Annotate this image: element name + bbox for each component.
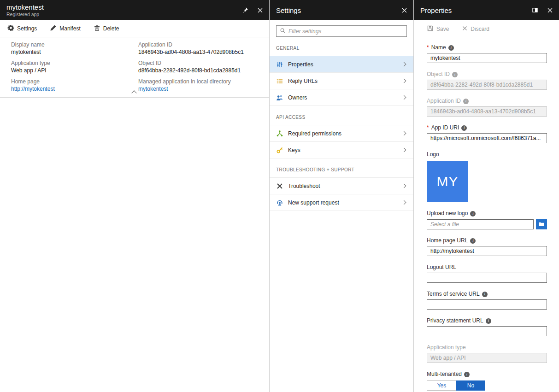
settings-blade-header-icons bbox=[400, 6, 408, 14]
filter-settings-box[interactable] bbox=[276, 25, 407, 37]
multi-tenanted-field-group: Multi-tenanted Yes No bbox=[427, 371, 547, 391]
chevron-right-icon bbox=[402, 79, 406, 83]
manifest-button[interactable]: Manifest bbox=[50, 24, 80, 33]
settings-item-owners[interactable]: Owners bbox=[270, 89, 413, 106]
application-id-value: 1846943b-ad04-4808-aa13-4702d908b5c1 bbox=[138, 49, 265, 56]
close-icon[interactable] bbox=[546, 6, 553, 14]
info-icon[interactable] bbox=[463, 99, 469, 104]
gear-icon bbox=[7, 24, 14, 33]
home-page-url-input[interactable] bbox=[427, 246, 547, 256]
settings-button[interactable]: Settings bbox=[7, 24, 37, 33]
settings-item-reply-urls[interactable]: Reply URLs bbox=[270, 73, 413, 89]
settings-item-label: Required permissions bbox=[288, 130, 402, 137]
support-icon bbox=[276, 199, 283, 206]
key-icon bbox=[276, 146, 283, 154]
section-header-general: GENERAL bbox=[276, 46, 407, 51]
pencil-icon bbox=[50, 24, 57, 33]
settings-blade-title: Settings bbox=[276, 6, 400, 14]
logo-label: Logo bbox=[427, 151, 547, 158]
settings-item-troubleshoot[interactable]: Troubleshoot bbox=[270, 178, 413, 194]
permissions-icon bbox=[276, 130, 283, 137]
info-icon[interactable] bbox=[470, 238, 476, 244]
info-icon[interactable] bbox=[486, 318, 491, 324]
settings-item-required-permissions[interactable]: Required permissions bbox=[270, 125, 413, 142]
terms-url-field-group: Terms of service URL bbox=[427, 291, 547, 310]
settings-item-label: Keys bbox=[288, 147, 402, 153]
logout-url-input[interactable] bbox=[427, 273, 547, 283]
app-blade-subtitle: Registered app bbox=[6, 12, 241, 17]
multi-tenanted-yes-button[interactable]: Yes bbox=[427, 380, 456, 391]
settings-item-label: Owners bbox=[288, 94, 402, 101]
logout-url-label: Logout URL bbox=[427, 264, 547, 271]
filter-settings-wrap bbox=[276, 25, 407, 37]
object-id-field-group: Object ID bbox=[427, 71, 547, 90]
section-header-api-access: API ACCESS bbox=[276, 115, 407, 120]
home-page-url-label: Home page URL bbox=[427, 237, 547, 244]
settings-item-new-support-request[interactable]: New support request bbox=[270, 194, 413, 211]
close-icon[interactable] bbox=[400, 6, 408, 14]
application-id-label: Application ID bbox=[138, 41, 265, 48]
properties-blade-titles: Properties bbox=[420, 6, 531, 14]
multi-tenanted-no-button[interactable]: No bbox=[456, 380, 485, 391]
trash-icon bbox=[94, 24, 100, 33]
required-asterisk: * bbox=[427, 44, 429, 51]
pin-icon[interactable] bbox=[241, 6, 249, 14]
application-id-label: Application ID bbox=[427, 98, 547, 105]
logout-url-field-group: Logout URL bbox=[427, 264, 547, 283]
section-header-troubleshooting: TROUBLESHOOTING + SUPPORT bbox=[276, 167, 407, 172]
essentials-panel: Display name mytokentest Application typ… bbox=[0, 37, 269, 98]
upload-logo-input[interactable] bbox=[427, 219, 534, 229]
app-blade-titles: mytokentest Registered app bbox=[6, 3, 241, 17]
chevron-right-icon bbox=[402, 131, 406, 136]
sliders-icon bbox=[276, 61, 283, 68]
application-type-field-group: Application type bbox=[427, 344, 547, 363]
display-name-field: Display name mytokentest bbox=[11, 41, 134, 56]
chevron-right-icon bbox=[402, 148, 406, 152]
application-type-label: Application type bbox=[11, 60, 134, 67]
info-icon[interactable] bbox=[448, 45, 454, 51]
settings-item-label: Troubleshoot bbox=[288, 183, 402, 189]
settings-blade-header: Settings bbox=[270, 0, 413, 20]
info-icon[interactable] bbox=[464, 372, 470, 377]
info-icon[interactable] bbox=[482, 292, 488, 297]
object-id-field: Object ID d8f64bba-2282-492d-80f8-bd1cda… bbox=[138, 60, 265, 74]
info-icon[interactable] bbox=[461, 125, 467, 131]
browse-file-button[interactable] bbox=[536, 219, 547, 229]
application-type-value: Web app / API bbox=[11, 67, 134, 74]
delete-button[interactable]: Delete bbox=[94, 24, 119, 33]
info-icon[interactable] bbox=[470, 211, 476, 216]
settings-blade-titles: Settings bbox=[276, 6, 400, 14]
home-page-link[interactable]: http://mytokentest bbox=[11, 86, 134, 93]
settings-item-label: Reply URLs bbox=[288, 78, 402, 84]
chevron-right-icon bbox=[402, 200, 406, 205]
app-blade-header-icons bbox=[241, 6, 264, 14]
privacy-url-input[interactable] bbox=[427, 326, 547, 336]
save-button[interactable]: Save bbox=[427, 25, 449, 33]
privacy-url-field-group: Privacy statement URL bbox=[427, 317, 547, 336]
settings-button-label: Settings bbox=[17, 25, 37, 32]
discard-button-label: Discard bbox=[471, 26, 489, 32]
home-page-label: Home page bbox=[11, 78, 134, 85]
application-type-input bbox=[427, 353, 547, 363]
settings-item-keys[interactable]: Keys bbox=[270, 142, 413, 158]
name-input[interactable] bbox=[427, 53, 547, 63]
filter-settings-input[interactable] bbox=[288, 28, 403, 35]
tools-icon bbox=[276, 182, 283, 190]
privacy-url-label: Privacy statement URL bbox=[427, 317, 547, 324]
terms-url-label: Terms of service URL bbox=[427, 291, 547, 298]
folder-icon bbox=[538, 221, 545, 228]
close-icon[interactable] bbox=[256, 6, 264, 14]
properties-form: * Name Object ID Application ID bbox=[414, 44, 559, 391]
maximize-icon[interactable] bbox=[531, 6, 539, 14]
general-menu: Properties Reply URLs Owners bbox=[270, 56, 413, 106]
settings-item-label: New support request bbox=[288, 199, 402, 206]
terms-url-input[interactable] bbox=[427, 299, 547, 310]
app-blade: mytokentest Registered app Settings bbox=[0, 0, 269, 392]
settings-item-properties[interactable]: Properties bbox=[270, 56, 413, 73]
app-id-uri-input[interactable] bbox=[427, 133, 547, 143]
properties-blade-header-icons bbox=[531, 6, 553, 14]
discard-button[interactable]: Discard bbox=[462, 25, 489, 33]
application-id-field-group: Application ID bbox=[427, 98, 547, 117]
managed-application-link[interactable]: mytokentest bbox=[138, 86, 265, 93]
info-icon[interactable] bbox=[452, 72, 458, 77]
